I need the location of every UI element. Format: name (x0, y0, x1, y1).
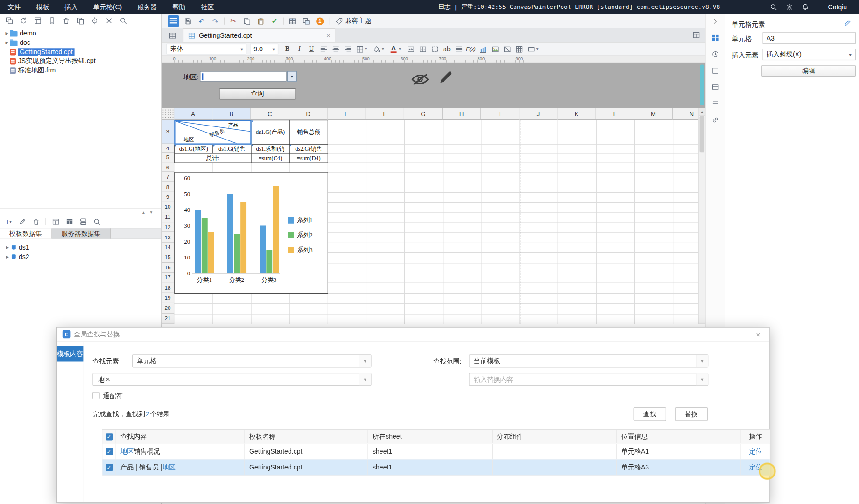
hyperlink-icon[interactable] (711, 115, 720, 125)
align-left-button[interactable] (318, 44, 329, 54)
find-button[interactable]: 查找 (634, 407, 666, 421)
table-connection-icon[interactable] (51, 217, 60, 226)
menu-item[interactable]: 帮助 (165, 0, 193, 14)
row-checkbox[interactable]: ✓ (102, 460, 116, 475)
column-header[interactable]: A (174, 108, 212, 120)
paste-icon[interactable] (256, 15, 266, 26)
font-size-combo[interactable]: 9.0 ▾ (250, 44, 278, 54)
row-header[interactable]: 17 (162, 273, 174, 283)
menu-item[interactable]: 文件 (0, 0, 28, 14)
dataset-tab[interactable]: 模板数据集 (0, 228, 52, 238)
menu-item[interactable]: 插入 (57, 0, 85, 14)
report-cell-c3[interactable]: ds1.G(产品) (251, 120, 289, 145)
merge-cells-button[interactable] (405, 44, 415, 54)
condition-attributes-icon[interactable] (711, 98, 720, 108)
replace-content-combo[interactable]: 输入替换内容 ▾ (469, 373, 708, 386)
find-element-combo[interactable]: 单元格 ▾ (132, 354, 372, 367)
insert-widget-button[interactable] (430, 44, 440, 54)
template-version-icon[interactable] (168, 15, 179, 26)
dataset-item[interactable]: ▶ds1 (0, 243, 161, 252)
row-header[interactable]: 11 (162, 212, 174, 223)
row-header[interactable]: 3 (162, 120, 174, 144)
column-header[interactable]: D (289, 108, 328, 120)
formula-button[interactable]: F(x) (465, 44, 476, 54)
bold-button[interactable]: B (282, 44, 292, 54)
align-right-button[interactable] (342, 44, 352, 54)
scrollbar-thumb[interactable] (700, 116, 705, 152)
wildcard-checkbox[interactable] (92, 392, 99, 399)
expander-icon[interactable]: ▶ (4, 245, 10, 249)
find-content-combo[interactable]: 地区 ▾ (92, 373, 371, 386)
insert-float-element-icon[interactable] (301, 15, 311, 26)
row-header[interactable]: 8 (162, 182, 174, 192)
column-header[interactable]: G (404, 108, 443, 120)
cell-name-input[interactable] (762, 32, 855, 44)
select-all-corner[interactable] (162, 108, 174, 120)
row-header[interactable]: 6 (162, 163, 174, 172)
menu-item[interactable]: 单元格(C) (85, 0, 130, 14)
replace-button[interactable]: 替换 (675, 407, 708, 421)
insert-grid-button[interactable] (514, 44, 524, 54)
report-cell-a5[interactable]: 总计: (174, 153, 251, 163)
insert-cell-element-icon[interactable] (288, 15, 297, 26)
new-window-icon[interactable] (5, 17, 14, 25)
bar-chart-element[interactable]: 0102030405060分类1分类2分类3系列1系列2系列3 (174, 172, 328, 294)
tree-item[interactable]: GettingStarted.cpt (0, 47, 161, 56)
report-cell-b4[interactable]: ds1.G(销售 (212, 144, 251, 154)
column-header[interactable]: C (251, 108, 289, 120)
chevron-down-icon[interactable]: ▾ (365, 47, 370, 52)
collapse-chevron-icon[interactable] (711, 16, 720, 26)
column-header[interactable]: M (634, 108, 673, 120)
add-dataset-button[interactable]: +▾ (4, 217, 13, 226)
pencil-icon[interactable] (844, 19, 851, 28)
collapse-down-icon[interactable]: ▾ (150, 210, 153, 215)
matched-keyword-link[interactable]: 地区 (120, 447, 134, 456)
dataset-tab[interactable]: 服务器数据集 (52, 228, 111, 238)
dialog-close-icon[interactable]: × (754, 330, 763, 339)
find-scope-combo[interactable]: 当前模板 ▾ (469, 354, 708, 367)
search-icon[interactable] (119, 17, 127, 25)
row-header[interactable]: 7 (162, 172, 174, 182)
insert-image-button[interactable] (490, 44, 500, 54)
refresh-icon[interactable] (19, 17, 28, 25)
expander-icon[interactable]: ▶ (4, 254, 10, 259)
row-header[interactable]: 10 (162, 202, 174, 212)
delete-icon[interactable] (62, 17, 70, 25)
cut-icon[interactable]: ✂ (228, 15, 238, 26)
query-button[interactable]: 查询 (219, 88, 296, 100)
insert-chart-button[interactable] (478, 44, 488, 54)
insert-element-select[interactable]: 插入斜线(X) ▾ (762, 49, 855, 60)
font-family-combo[interactable]: 宋体 ▾ (167, 44, 246, 54)
split-cells-button[interactable] (417, 44, 428, 54)
column-header[interactable]: N (673, 108, 698, 120)
locate-link[interactable]: 定位 (749, 447, 762, 456)
dataset-item[interactable]: ▶ds2 (0, 252, 161, 261)
window-split-icon[interactable] (692, 31, 700, 39)
format-brush-icon[interactable]: ✔ (269, 15, 279, 26)
tab-close-icon[interactable]: × (326, 32, 330, 39)
fill-color-button[interactable] (372, 44, 382, 54)
row-header[interactable]: 13 (162, 232, 174, 243)
mobile-preview-icon[interactable] (48, 17, 56, 25)
report-cell-a4[interactable]: ds1.G(地区) (174, 144, 213, 154)
search-dataset-icon[interactable] (92, 217, 101, 226)
menu-item[interactable]: 社区 (193, 0, 222, 14)
row-header[interactable]: 19 (162, 293, 174, 303)
tab-template-content[interactable]: 模板内容 (57, 346, 83, 362)
gear-icon[interactable] (785, 3, 794, 12)
italic-button[interactable]: I (294, 44, 304, 54)
expander-icon[interactable]: ▶ (4, 31, 10, 35)
tree-item[interactable]: ▶demo (0, 28, 161, 38)
compat-theme-button[interactable]: 兼容主题 (335, 16, 371, 26)
row-header[interactable]: 20 (162, 303, 174, 314)
column-header[interactable]: E (328, 108, 366, 120)
param-pane-scrollbar[interactable] (700, 64, 704, 105)
menu-item[interactable]: 模板 (28, 0, 57, 14)
region-param-input[interactable] (200, 71, 286, 82)
search-icon[interactable] (769, 3, 778, 12)
delete-dataset-icon[interactable] (32, 217, 40, 226)
redo-icon[interactable]: ↷ (211, 15, 220, 26)
result-row[interactable]: ✓地区销售概况GettingStarted.cptsheet1单元格A1定位 (102, 444, 769, 460)
cell-elements-icon[interactable] (711, 33, 720, 42)
row-header[interactable]: 9 (162, 192, 174, 203)
